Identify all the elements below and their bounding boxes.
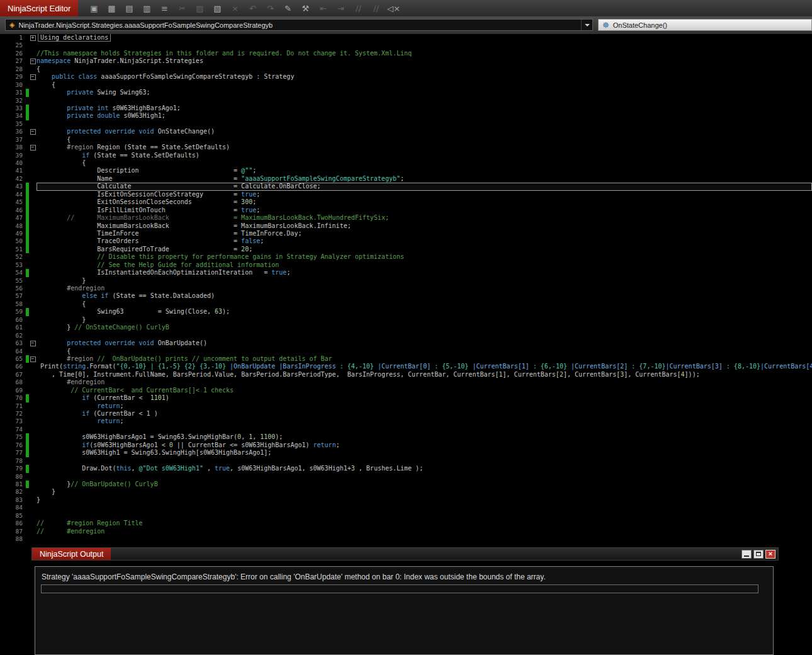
line-number: 1: [0, 34, 26, 42]
code-editor[interactable]: 1+Using declarations2526//This namespace…: [0, 34, 812, 545]
editor-toolbar: NinjaScript Editor ▣▦▤▥≡✂▨▧×↶↷✎⚒⇤⇥∕∕∕∕◁×: [0, 0, 812, 17]
comment-icon[interactable]: ∕∕: [351, 2, 365, 14]
code-text: //This namespace holds Strategies in thi…: [37, 50, 812, 57]
code-text: IsFillLimitOnTouch = true;: [37, 207, 812, 214]
output-titlebar[interactable]: NinjaScript Output ×: [31, 547, 779, 561]
code-line: 33 private int s0W63HighBarsAgo1;: [0, 105, 812, 112]
code-text: [37, 97, 812, 105]
compile-icon[interactable]: ✎: [281, 2, 295, 14]
code-text: if (State == State.SetDefaults): [37, 152, 812, 159]
code-line: 87// #endregion: [0, 528, 812, 535]
line-number: 66: [0, 363, 26, 370]
line-number: 46: [0, 207, 26, 214]
code-text: #endregion: [37, 379, 812, 386]
code-text: // MaximumBarsLookBack = MaximumBarsLook…: [37, 214, 812, 222]
line-number: 25: [0, 42, 26, 49]
code-line: 80: [0, 473, 812, 481]
collapse-region-icon[interactable]: −: [30, 129, 36, 135]
line-number: 42: [0, 175, 26, 183]
code-text: Print(string.Format("{0,-10} | {1,-5} {2…: [37, 363, 812, 370]
code-text: return;: [37, 402, 812, 410]
line-number: 59: [0, 308, 26, 316]
line-number: 61: [0, 324, 26, 331]
code-text: public class aaaaSupportFoSampleSwingCom…: [37, 73, 812, 81]
code-line: 64 {: [0, 348, 812, 355]
code-text: #region // OnBarUpdate() prints // uncom…: [37, 355, 812, 363]
method-selector[interactable]: ☸ OnStateChange(): [598, 19, 812, 31]
output-title-tab: NinjaScript Output: [32, 548, 111, 560]
code-line: 82 }: [0, 488, 812, 496]
code-text: s0W63HighBarsAgo1 = Swing63.SwingHighBar…: [37, 433, 812, 441]
code-line: 36− protected override void OnStateChang…: [0, 128, 812, 135]
print-icon[interactable]: ▤: [122, 2, 136, 14]
mute-icon[interactable]: ◁×: [386, 2, 400, 14]
save-all-icon[interactable]: ▦: [104, 2, 118, 14]
line-number: 39: [0, 152, 26, 159]
print-preview-icon[interactable]: ▥: [140, 2, 154, 14]
code-text: if (CurrentBar < 1 ): [37, 410, 812, 418]
analyzer-icon[interactable]: ⚒: [298, 2, 312, 14]
code-line: 44 IsExitOnSessionCloseStrategy = true;: [0, 191, 812, 198]
undo-icon[interactable]: ↶: [245, 2, 259, 14]
code-text: TraceOrders = false;: [37, 237, 812, 245]
expand-region-icon[interactable]: +: [30, 35, 36, 41]
code-text: else if (State == State.DataLoaded): [37, 292, 812, 300]
outdent-icon[interactable]: ⇤: [316, 2, 330, 14]
close-button[interactable]: ×: [765, 550, 775, 559]
line-number: 60: [0, 316, 26, 324]
editor-window-tab[interactable]: NinjaScript Editor: [0, 0, 78, 16]
line-number: 54: [0, 269, 26, 276]
code-text: Calculate = Calculate.OnBarClose;: [37, 183, 812, 190]
code-line: 54 IsInstantiatedOnEachOptimizationItera…: [0, 269, 812, 276]
toolbar-icons: ▣▦▤▥≡✂▨▧×↶↷✎⚒⇤⇥∕∕∕∕◁×: [87, 2, 400, 14]
code-line: 88: [0, 535, 812, 543]
code-line: 29− public class aaaaSupportFoSampleSwin…: [0, 73, 812, 81]
code-text: #endregion: [37, 285, 812, 292]
minimize-button[interactable]: [742, 550, 752, 559]
copy-icon[interactable]: ▨: [193, 2, 206, 14]
collapse-region-icon[interactable]: −: [30, 74, 36, 80]
line-number: 41: [0, 167, 26, 174]
delete-icon[interactable]: ×: [228, 2, 242, 14]
class-selector[interactable]: ◈ NinjaTrader.NinjaScript.Strategies.aaa…: [5, 19, 593, 31]
line-number: 87: [0, 528, 26, 535]
collapse-region-icon[interactable]: −: [30, 145, 36, 151]
indent-icon[interactable]: ⇥: [334, 2, 347, 14]
chevron-down-icon[interactable]: [581, 20, 592, 30]
line-number: 58: [0, 300, 26, 308]
collapse-region-icon[interactable]: −: [30, 59, 36, 64]
code-text: {: [37, 66, 812, 73]
code-text: // Disable this property for performance…: [37, 253, 812, 261]
code-text: }: [37, 488, 812, 496]
navigation-bar: ◈ NinjaTrader.NinjaScript.Strategies.aaa…: [0, 16, 812, 35]
line-number: 35: [0, 120, 26, 128]
code-text: {: [37, 81, 812, 89]
maximize-button[interactable]: [753, 550, 764, 559]
code-text: , Time[0], Instrument.FullName, BarsPeri…: [37, 371, 812, 379]
code-text: MaximumBarsLookBack = MaximumBarsLookBac…: [37, 222, 812, 230]
line-number: 26: [0, 50, 26, 57]
line-number: 71: [0, 402, 26, 410]
uncomment-icon[interactable]: ∕∕: [369, 2, 383, 14]
code-line: 78: [0, 457, 812, 465]
line-number: 62: [0, 332, 26, 339]
code-line: 40 {: [0, 159, 812, 167]
line-number: 48: [0, 222, 26, 230]
code-line: 79 Draw.Dot(this, @"Dot s0W63High1" , tr…: [0, 465, 812, 472]
cut-icon[interactable]: ✂: [175, 2, 189, 14]
collapse-region-icon[interactable]: −: [30, 356, 36, 362]
line-number: 65: [0, 355, 26, 363]
collapse-region-icon[interactable]: −: [30, 341, 36, 346]
redo-icon[interactable]: ↷: [263, 2, 277, 14]
line-number: 69: [0, 387, 26, 394]
code-text: }: [37, 277, 812, 285]
code-text: [37, 504, 812, 511]
code-text: {: [37, 300, 812, 308]
line-number: 85: [0, 512, 26, 520]
save-icon[interactable]: ▣: [87, 2, 101, 14]
code-text: }// OnBarUpdate() CurlyB: [37, 481, 812, 488]
code-snippets-icon[interactable]: ≡: [157, 2, 171, 14]
code-line: 31 private Swing Swing63;: [0, 89, 812, 96]
paste-icon[interactable]: ▧: [210, 2, 224, 14]
code-text: TimeInForce = TimeInForce.Day;: [37, 230, 812, 237]
